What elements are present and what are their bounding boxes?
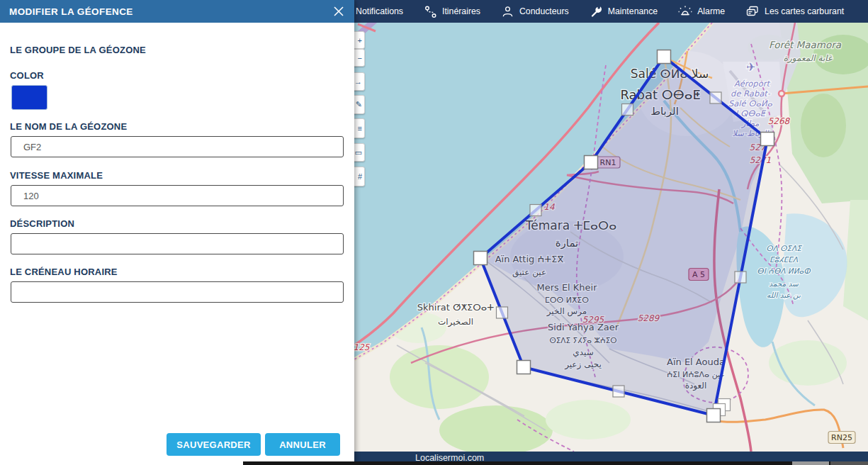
geozone-name-label: LE NOM DE LA GÉOZONE — [10, 121, 127, 132]
max-speed-label: VITESSE MAXIMALE — [10, 170, 103, 181]
geofence-vertex-handle[interactable] — [517, 361, 531, 374]
modal-title: MODIFIER LA GÉOFENCE — [9, 6, 133, 17]
nav-item-label: Les cartes carburant — [765, 6, 844, 16]
geozone-name-input[interactable] — [11, 136, 344, 157]
max-speed-input[interactable] — [11, 185, 344, 206]
geofence-vertex-handle[interactable] — [761, 133, 774, 146]
scrollbar-thumb[interactable] — [830, 461, 868, 465]
geofence-modal: MODIFIER LA GÉOFENCE LE GROUPE DE LA GÉO… — [0, 0, 354, 465]
timeslot-input[interactable] — [11, 281, 344, 303]
geofence-midpoint-handle[interactable] — [530, 205, 541, 216]
geofence-vertex-handle[interactable] — [707, 409, 721, 422]
map-canvas[interactable]: RN1A 5RN25 526852752711452955289125 Salé… — [354, 23, 868, 465]
nav-item-maintenance[interactable]: Maintenance — [590, 5, 658, 18]
scrollbar-thumb[interactable] — [792, 461, 829, 465]
description-input[interactable] — [11, 233, 344, 254]
map-place-label: Forêt Maamora — [769, 39, 842, 50]
color-swatch[interactable] — [11, 85, 47, 110]
geofence-midpoint-handle[interactable] — [735, 271, 746, 283]
map-control-button[interactable]: − — [354, 49, 365, 67]
geofence-midpoint-handle[interactable] — [613, 386, 624, 397]
map-control-button[interactable]: ▭ — [354, 143, 365, 162]
color-label: COLOR — [10, 70, 44, 81]
map-control-button[interactable]: ✎ — [354, 95, 365, 114]
horizontal-scrollbar[interactable] — [243, 461, 868, 465]
save-button[interactable]: SAUVEGARDER — [167, 433, 261, 456]
geofence-midpoint-handle[interactable] — [497, 307, 508, 318]
alarm-icon — [678, 5, 692, 18]
wrench-icon — [590, 5, 603, 18]
timeslot-label: LE CRÉNEAU HORAIRE — [10, 267, 118, 277]
map-place-label: de Rabat- — [731, 89, 771, 99]
map-place-label: بن عبد الله — [767, 291, 801, 300]
map-place-label: ⴱⵏ ⵄⴱⴷ ⵍⵍⴰⵀ — [757, 267, 811, 275]
map-place-label: Skhirat ⵚⵅⵉⵔⴰⵜ — [417, 302, 494, 313]
cancel-button[interactable]: ANNULER — [265, 433, 340, 456]
nav-item-alarme[interactable]: Alarme — [678, 5, 725, 18]
map-place-label: الصخيرات — [438, 317, 473, 327]
map-control-button[interactable]: + — [354, 31, 365, 49]
nav-item-label: Alarme — [697, 6, 725, 16]
geofence-vertex-handle[interactable] — [474, 252, 487, 265]
nav-item-label: Itinéraires — [442, 6, 480, 16]
nav-item-notifications[interactable]: Notifications — [356, 6, 403, 16]
geofence-vertex-handle[interactable] — [658, 50, 671, 64]
geofence-vertex-handle[interactable] — [585, 156, 598, 169]
map-control-button[interactable]: → — [354, 72, 365, 91]
close-icon[interactable] — [332, 5, 345, 18]
nav-item-itineraires[interactable]: Itinéraires — [424, 5, 480, 18]
nav-item-label: Notifications — [356, 6, 403, 16]
map-place-label: Aéroport — [734, 79, 770, 89]
map-place-label: ⵎⵓⵃⵎⵎⴷ — [770, 255, 799, 264]
geozone-group-label: LE GROUPE DE LA GÉOZONE — [10, 45, 146, 55]
route-icon — [424, 5, 437, 18]
app-window: Notifications Itinéraires Conducteurs — [0, 0, 868, 465]
nav-item-conducteurs[interactable]: Conducteurs — [501, 5, 569, 18]
map-control-button[interactable]: ≡ — [354, 118, 365, 138]
nav-item-label: Conducteurs — [519, 6, 569, 16]
nav-item-label: Maintenance — [608, 6, 658, 16]
geofence-midpoint-handle[interactable] — [710, 92, 721, 103]
geofence-midpoint-handle[interactable] — [622, 104, 633, 116]
road-badge-label: RN25 — [831, 433, 852, 442]
map-place-label: Salé ⵙⴰⵍⴰ — [728, 99, 773, 108]
map-place-label: ✈ — [746, 60, 755, 74]
map-place-label: سد محمد — [769, 279, 799, 288]
road-number: 125 — [354, 342, 371, 352]
map-place-label: غابة المعمورة — [784, 53, 833, 63]
cards-icon — [745, 5, 760, 18]
road-number: 5268 — [768, 116, 791, 126]
modal-header: MODIFIER LA GÉOFENCE — [0, 0, 354, 23]
map-place-label: ⵙⴷ ⵙⵉⴷⵉ — [766, 244, 802, 252]
person-icon — [501, 5, 514, 18]
description-label: DÉSCRIPTION — [10, 218, 74, 229]
map-control-button[interactable]: # — [354, 167, 365, 186]
nav-item-cartes-carburant[interactable]: Les cartes carburant — [745, 5, 844, 18]
